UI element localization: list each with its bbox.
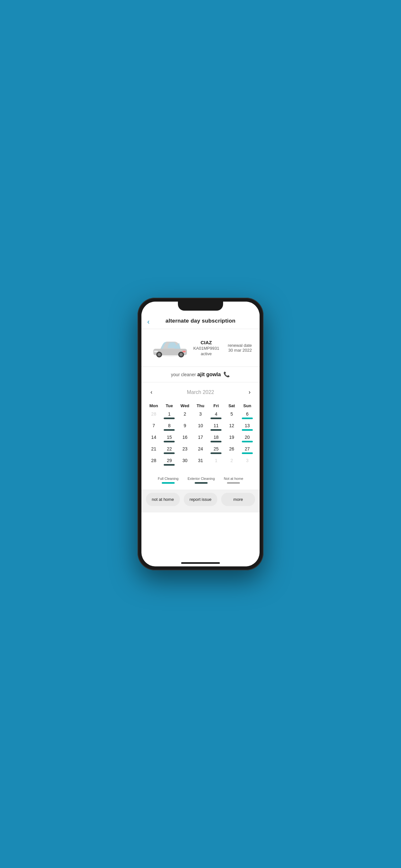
day-header-mon: Mon [146,401,161,410]
action-buttons: not at home report issue more [142,490,259,513]
table-row[interactable]: 16 [177,433,193,445]
table-row[interactable]: 28 [146,457,161,468]
table-row[interactable]: 3 [193,410,208,422]
table-row[interactable]: 28 [146,410,161,422]
car-info: CIAZ KA01MP9931 active [185,340,228,356]
table-row[interactable]: 5 [224,410,239,422]
renewal-label: renewal date [228,343,252,348]
day-header-sat: Sat [224,401,239,410]
notch [178,302,223,311]
legend-not-at-home-bar [227,482,240,484]
table-row[interactable]: 22 [161,445,177,457]
table-row[interactable]: 1 [161,410,177,422]
table-row[interactable]: 14 [146,433,161,445]
cleaner-name: ajit gowla [197,372,221,377]
table-row[interactable]: 23 [177,445,193,457]
legend-not-at-home: Not at home [224,476,243,484]
calendar-nav: ‹ March 2022 › [146,388,255,397]
table-row[interactable]: 6 [240,410,255,422]
table-row[interactable]: 10 [193,422,208,433]
next-month-button[interactable]: › [246,388,253,397]
table-row[interactable]: 31 [193,457,208,468]
day-header-sun: Sun [240,401,255,410]
svg-rect-6 [154,351,158,352]
svg-point-3 [158,353,161,356]
renewal-date: 30 mar 2022 [228,348,252,352]
car-section: CIAZ KA01MP9931 active renewal date 30 m… [142,329,259,367]
table-row[interactable]: 7 [146,422,161,433]
not-at-home-button[interactable]: not at home [146,493,180,506]
day-header-thu: Thu [193,401,208,410]
legend-full-cleaning-bar [162,482,175,484]
table-row[interactable]: 2 [224,457,239,468]
legend-full-cleaning: Full Cleaning [158,476,179,484]
table-row[interactable]: 15 [161,433,177,445]
legend-full-cleaning-label: Full Cleaning [158,476,179,480]
back-button[interactable]: ‹ [147,318,150,326]
calendar-section: ‹ March 2022 › Mon Tue Wed Thu Fri Sat S… [142,382,259,473]
table-row[interactable]: 27 [240,445,255,457]
table-row[interactable]: 4 [208,410,224,422]
table-row[interactable]: 1 [208,457,224,468]
day-header-wed: Wed [177,401,193,410]
table-row[interactable]: 18 [208,433,224,445]
car-plate: KA01MP9931 [185,346,228,351]
car-status: active [185,351,228,356]
table-row[interactable]: 8 [161,422,177,433]
legend-exterior-cleaning-label: Exterior Cleaning [188,476,215,480]
day-header-tue: Tue [161,401,177,410]
phone-icon[interactable]: 📞 [223,371,230,377]
table-row[interactable]: 29 [161,457,177,468]
more-button[interactable]: more [221,493,255,506]
table-row[interactable]: 17 [193,433,208,445]
renewal-info: renewal date 30 mar 2022 [228,343,252,352]
table-row[interactable]: 26 [224,445,239,457]
page-title: alternate day subscription [166,318,236,324]
legend-not-at-home-label: Not at home [224,476,243,480]
table-row[interactable]: 25 [208,445,224,457]
home-indicator [181,562,220,564]
table-row[interactable]: 21 [146,445,161,457]
report-issue-button[interactable]: report issue [184,493,218,506]
car-name: CIAZ [185,340,228,345]
cleaner-prefix: your cleaner [171,372,196,377]
screen-content: ‹ alternate day subscription [142,302,259,566]
table-row[interactable]: 19 [224,433,239,445]
legend-section: Full Cleaning Exterior Cleaning Not at h… [142,473,259,490]
table-row[interactable]: 3 [240,457,255,468]
phone-frame: ‹ alternate day subscription [137,298,264,570]
table-row[interactable]: 24 [193,445,208,457]
month-year-label: March 2022 [187,390,214,395]
day-header-fri: Fri [208,401,224,410]
table-row[interactable]: 20 [240,433,255,445]
calendar-grid: Mon Tue Wed Thu Fri Sat Sun 28 1 2 3 4 5… [146,401,255,468]
svg-point-5 [180,353,183,356]
legend-exterior-cleaning: Exterior Cleaning [188,476,215,484]
table-row[interactable]: 9 [177,422,193,433]
table-row[interactable]: 30 [177,457,193,468]
table-row[interactable]: 13 [240,422,255,433]
phone-screen: ‹ alternate day subscription [142,302,259,566]
legend-exterior-cleaning-bar [195,482,208,484]
prev-month-button[interactable]: ‹ [148,388,155,397]
table-row[interactable]: 12 [224,422,239,433]
cleaner-section: your cleaner ajit gowla 📞 [142,367,259,382]
table-row[interactable]: 2 [177,410,193,422]
table-row[interactable]: 11 [208,422,224,433]
